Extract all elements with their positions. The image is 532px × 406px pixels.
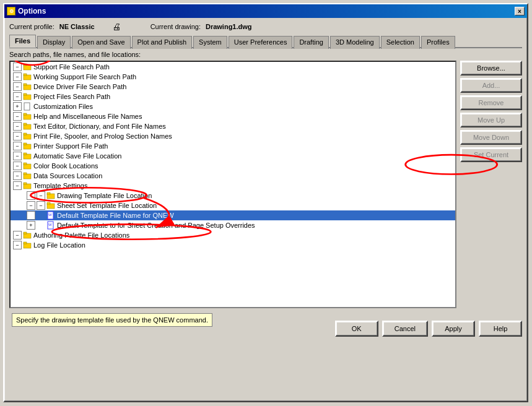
tree-item[interactable]: +WDefault Template File Name for QNEW xyxy=(11,210,455,220)
tab-files[interactable]: Files xyxy=(9,35,36,48)
tree-expander[interactable]: + xyxy=(27,221,35,230)
tree-expander[interactable]: − xyxy=(13,241,22,249)
tree-expander[interactable]: − xyxy=(13,231,22,240)
tab-3d-modeling[interactable]: 3D Modeling xyxy=(330,36,380,49)
tree-expander[interactable]: − xyxy=(13,132,22,140)
tree-item[interactable]: −−Sheet Set Template File Location xyxy=(11,201,455,210)
tree-item-label: Log File Location xyxy=(33,241,85,249)
tree-sub-expander[interactable] xyxy=(37,211,45,220)
tree-item[interactable]: −Color Book Locations xyxy=(11,161,455,171)
tree-item[interactable]: −Automatic Save File Location xyxy=(11,151,455,161)
tree-sub-expander[interactable] xyxy=(37,221,45,230)
tree-expander[interactable]: − xyxy=(13,171,22,180)
tree-expander[interactable]: − xyxy=(13,162,22,170)
tab-selection[interactable]: Selection xyxy=(381,36,420,49)
drawing-icon: 🖨 xyxy=(112,22,121,32)
move-down-button[interactable]: Move Down xyxy=(460,130,522,145)
tree-expander[interactable]: − xyxy=(13,82,22,91)
folder-icon xyxy=(23,132,32,140)
tree-expander[interactable]: − xyxy=(13,122,22,131)
tab-drafting[interactable]: Drafting xyxy=(294,36,329,49)
tree-item[interactable]: −Template Settings xyxy=(11,181,455,191)
tree-item[interactable]: −Printer Support File Path xyxy=(11,141,455,151)
tab-profiles[interactable]: Profiles xyxy=(421,36,455,49)
tree-sub-expander[interactable]: − xyxy=(37,201,45,210)
tree-item[interactable]: −Help and Miscellaneous File Names xyxy=(11,111,455,121)
tab-display[interactable]: Display xyxy=(37,36,71,49)
tab-open-and-save[interactable]: Open and Save xyxy=(72,36,130,49)
tree-item-label: Help and Miscellaneous File Names xyxy=(33,113,142,120)
tree-expander[interactable]: − xyxy=(27,191,35,200)
main-layout: −Support File Search Path−Working Suppor… xyxy=(9,61,522,308)
add-button[interactable]: Add... xyxy=(460,78,522,93)
svg-rect-5 xyxy=(24,84,27,85)
tree-expander[interactable]: − xyxy=(13,63,22,71)
tree-sub-expander[interactable]: − xyxy=(37,191,45,200)
tree-expander[interactable]: − xyxy=(13,92,22,101)
tree-item[interactable]: −Text Editor, Dictionary, and Font File … xyxy=(11,121,455,131)
tree-item-label: Printer Support File Path xyxy=(33,142,108,150)
tree-item-label: Automatic Save File Location xyxy=(33,152,121,160)
tree-expander[interactable]: − xyxy=(13,152,22,160)
tree-item[interactable]: +Customization Files xyxy=(11,102,455,111)
tree-item-label: Color Book Locations xyxy=(33,162,98,170)
folder-icon xyxy=(23,112,32,121)
profile-icon-area: 🖨 xyxy=(112,22,121,32)
tree-item[interactable]: +WDefault Template to for Sheet Creation… xyxy=(11,220,455,230)
move-up-button[interactable]: Move Up xyxy=(460,113,522,127)
tree-item[interactable]: −Log File Location xyxy=(11,240,455,250)
title-bar-text: ⚙ Options xyxy=(7,7,46,15)
tree-item-label: Data Sources Location xyxy=(33,172,102,179)
browse-button[interactable]: Browse... xyxy=(460,61,522,76)
tree-item[interactable]: −Print File, Spooler, and Prolog Section… xyxy=(11,131,455,141)
svg-text:W: W xyxy=(48,223,52,227)
close-button[interactable]: × xyxy=(515,7,525,15)
tree-expander[interactable]: − xyxy=(13,142,22,150)
svg-rect-34 xyxy=(24,232,27,234)
tree-item-label: Support File Search Path xyxy=(33,63,110,71)
remove-button[interactable]: Remove xyxy=(460,95,522,110)
help-button[interactable]: Help xyxy=(479,321,522,337)
cancel-button[interactable]: Cancel xyxy=(382,321,428,337)
svg-rect-18 xyxy=(24,153,27,155)
tree-expander[interactable]: − xyxy=(27,201,35,210)
tree-item-label: Default Template to for Sheet Creation a… xyxy=(57,222,255,229)
tabs-container: FilesDisplayOpen and SavePlot and Publis… xyxy=(9,34,522,48)
svg-rect-36 xyxy=(24,242,27,244)
tree-item[interactable]: −Project Files Search Path xyxy=(11,92,455,102)
side-buttons: Browse... Add... Remove Move Up Move Dow… xyxy=(460,61,522,308)
folder-icon xyxy=(23,142,32,150)
tree-item[interactable]: −Device Driver File Search Path xyxy=(11,82,455,92)
folder-icon xyxy=(23,92,32,101)
tree-expander[interactable]: − xyxy=(13,112,22,121)
svg-rect-22 xyxy=(24,173,27,175)
tab-system[interactable]: System xyxy=(193,36,227,49)
tree-panel[interactable]: −Support File Search Path−Working Suppor… xyxy=(9,61,456,308)
tree-item[interactable]: −−Drawing Template File Location xyxy=(11,191,455,201)
tab-plot-and-publish[interactable]: Plot and Publish xyxy=(132,36,193,49)
folder-icon xyxy=(23,82,32,91)
tree-item[interactable]: −Support File Search Path xyxy=(11,62,455,72)
tree-expander[interactable]: − xyxy=(13,72,22,81)
tree-item[interactable]: −Authoring Palette File Locations xyxy=(11,230,455,240)
tree-item[interactable]: −Working Support File Search Path xyxy=(11,72,455,82)
tree-expander[interactable]: − xyxy=(13,181,22,190)
svg-rect-14 xyxy=(24,133,27,135)
content-area: −Support File Search Path−Working Suppor… xyxy=(9,61,522,308)
svg-rect-28 xyxy=(47,202,50,204)
svg-rect-1 xyxy=(24,64,27,66)
tree-item-label: Customization Files xyxy=(33,103,93,110)
current-profile-value: NE Classic xyxy=(59,23,95,30)
tree-expander[interactable]: + xyxy=(27,211,35,220)
tree-item[interactable]: −Data Sources Location xyxy=(11,171,455,181)
bottom-bar: OK Cancel Apply Help xyxy=(4,316,527,342)
set-current-button[interactable]: Set Current xyxy=(460,147,522,162)
window-title: Options xyxy=(18,7,46,15)
tree-expander[interactable]: + xyxy=(13,102,22,111)
tab-user-preferences[interactable]: User Preferences xyxy=(229,36,293,49)
tree-item-label: Working Support File Search Path xyxy=(33,73,136,80)
tree-item-label: Print File, Spooler, and Prolog Section … xyxy=(33,132,172,140)
page-icon xyxy=(23,102,32,111)
ok-button[interactable]: OK xyxy=(335,321,378,337)
apply-button[interactable]: Apply xyxy=(432,321,475,337)
